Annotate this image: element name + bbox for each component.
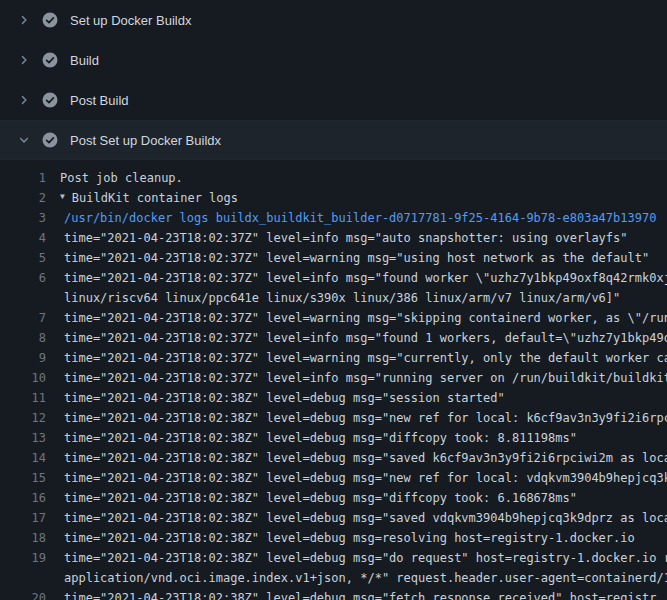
line-number[interactable]: 7	[16, 308, 46, 328]
log-text: time="2021-04-23T18:02:37Z" level=info m…	[60, 228, 667, 248]
check-circle-icon	[42, 12, 58, 28]
line-number[interactable]: 4	[16, 228, 46, 248]
log-line-row: 1 Post job cleanup.	[0, 168, 667, 188]
line-number[interactable]: 18	[16, 528, 46, 548]
log-line-row: 7 time="2021-04-23T18:02:37Z" level=warn…	[0, 308, 667, 328]
line-number[interactable]: 9	[16, 348, 46, 368]
log-text: time="2021-04-23T18:02:37Z" level=info m…	[60, 368, 667, 388]
chevron-right-icon	[16, 14, 32, 26]
log-line: 16 time="2021-04-23T18:02:38Z" level=deb…	[0, 488, 667, 508]
actions-log-viewer: Set up Docker Buildx Build Post Buil	[0, 0, 667, 600]
log-line-row: 19 time="2021-04-23T18:02:38Z" level=deb…	[0, 548, 667, 568]
step-label: Build	[70, 53, 99, 68]
log-lines: 1 Post job cleanup. 2 ▼ BuildKit contain…	[0, 160, 667, 600]
line-number[interactable]: 12	[16, 408, 46, 428]
log-line-row: 13 time="2021-04-23T18:02:38Z" level=deb…	[0, 428, 667, 448]
line-number[interactable]: 10	[16, 368, 46, 388]
log-line-row: 17 time="2021-04-23T18:02:38Z" level=deb…	[0, 508, 667, 528]
step-header[interactable]: Post Set up Docker Buildx	[0, 120, 667, 160]
check-circle-icon	[42, 92, 58, 108]
chevron-right-icon	[16, 54, 32, 66]
line-number[interactable]: 16	[16, 488, 46, 508]
log-text: time="2021-04-23T18:02:37Z" level=info m…	[60, 328, 667, 348]
log-text: time="2021-04-23T18:02:38Z" level=debug …	[60, 448, 667, 468]
log-line-row: 4 time="2021-04-23T18:02:37Z" level=info…	[0, 228, 667, 248]
line-number[interactable]: 5	[16, 248, 46, 268]
line-number[interactable]: 6	[16, 268, 46, 288]
log-line: 14 time="2021-04-23T18:02:38Z" level=deb…	[0, 448, 667, 468]
log-line: 13 time="2021-04-23T18:02:38Z" level=deb…	[0, 428, 667, 448]
log-line: 9 time="2021-04-23T18:02:37Z" level=warn…	[0, 348, 667, 368]
log-line-row: 10 time="2021-04-23T18:02:37Z" level=inf…	[0, 368, 667, 388]
log-line: 2 ▼ BuildKit container logs	[0, 188, 667, 208]
chevron-right-icon	[16, 94, 32, 106]
log-line: 11 time="2021-04-23T18:02:38Z" level=deb…	[0, 388, 667, 408]
log-text: time="2021-04-23T18:02:37Z" level=warnin…	[60, 308, 667, 328]
line-number[interactable]: 8	[16, 328, 46, 348]
line-number[interactable]: 13	[16, 428, 46, 448]
log-line-row: linux/riscv64 linux/ppc641e linux/s390x …	[0, 288, 667, 308]
log-text: Post job cleanup.	[60, 168, 667, 188]
log-line-row: 12 time="2021-04-23T18:02:38Z" level=deb…	[0, 408, 667, 428]
log-text: /usr/bin/docker logs buildx_buildkit_bui…	[60, 208, 667, 228]
step-header[interactable]: Post Build	[0, 80, 667, 120]
log-line: 20 time="2021-04-23T18:02:38Z" level=deb…	[0, 588, 667, 600]
step-header[interactable]: Build	[0, 40, 667, 80]
line-number[interactable]: 17	[16, 508, 46, 528]
log-line: 12 time="2021-04-23T18:02:38Z" level=deb…	[0, 408, 667, 428]
log-line: 10 time="2021-04-23T18:02:37Z" level=inf…	[0, 368, 667, 388]
step-header[interactable]: Set up Docker Buildx	[0, 0, 667, 40]
log-line-row: 8 time="2021-04-23T18:02:37Z" level=info…	[0, 328, 667, 348]
log-line-row: 14 time="2021-04-23T18:02:38Z" level=deb…	[0, 448, 667, 468]
line-number[interactable]: 2	[16, 188, 46, 208]
log-text: linux/riscv64 linux/ppc641e linux/s390x …	[60, 288, 667, 308]
line-number[interactable]: 19	[16, 548, 46, 568]
line-number[interactable]: 1	[16, 168, 46, 188]
line-number[interactable]: 3	[16, 208, 46, 228]
log-text: time="2021-04-23T18:02:37Z" level=warnin…	[60, 348, 667, 368]
log-text: time="2021-04-23T18:02:38Z" level=debug …	[60, 528, 667, 548]
log-text: time="2021-04-23T18:02:38Z" level=debug …	[60, 508, 667, 528]
log-line: 1 Post job cleanup.	[0, 168, 667, 188]
group-toggle-icon[interactable]: ▼	[60, 187, 65, 207]
step-label: Post Build	[70, 93, 129, 108]
log-line: 7 time="2021-04-23T18:02:37Z" level=warn…	[0, 308, 667, 328]
log-line-row: 2 ▼ BuildKit container logs	[0, 188, 667, 208]
log-text: time="2021-04-23T18:02:37Z" level=info m…	[60, 268, 667, 288]
log-text: BuildKit container logs	[72, 188, 667, 208]
chevron-down-icon	[16, 134, 32, 146]
log-line-row: 16 time="2021-04-23T18:02:38Z" level=deb…	[0, 488, 667, 508]
log-line-row: 6 time="2021-04-23T18:02:37Z" level=info…	[0, 268, 667, 288]
step-label: Post Set up Docker Buildx	[70, 133, 221, 148]
log-line: 4 time="2021-04-23T18:02:37Z" level=info…	[0, 228, 667, 248]
log-text: time="2021-04-23T18:02:38Z" level=debug …	[60, 428, 667, 448]
log-line-row: application/vnd.oci.image.index.v1+json,…	[0, 568, 667, 588]
line-number[interactable]: 15	[16, 468, 46, 488]
log-line-row: 15 time="2021-04-23T18:02:38Z" level=deb…	[0, 468, 667, 488]
log-text: application/vnd.oci.image.index.v1+json,…	[60, 568, 667, 588]
log-text: time="2021-04-23T18:02:38Z" level=debug …	[60, 548, 667, 568]
log-line-row: 5 time="2021-04-23T18:02:37Z" level=warn…	[0, 248, 667, 268]
log-text: time="2021-04-23T18:02:38Z" level=debug …	[60, 468, 667, 488]
line-number[interactable]: 14	[16, 448, 46, 468]
log-line: 17 time="2021-04-23T18:02:38Z" level=deb…	[0, 508, 667, 528]
log-line: 18 time="2021-04-23T18:02:38Z" level=deb…	[0, 528, 667, 548]
log-line-row: 20 time="2021-04-23T18:02:38Z" level=deb…	[0, 588, 667, 600]
log-line-row: 9 time="2021-04-23T18:02:37Z" level=warn…	[0, 348, 667, 368]
line-number[interactable]: 20	[16, 588, 46, 600]
line-number[interactable]: 11	[16, 388, 46, 408]
log-line-row: 11 time="2021-04-23T18:02:38Z" level=deb…	[0, 388, 667, 408]
log-line: 19 time="2021-04-23T18:02:38Z" level=deb…	[0, 548, 667, 588]
log-line: 3 /usr/bin/docker logs buildx_buildkit_b…	[0, 208, 667, 228]
log-line-row: 3 /usr/bin/docker logs buildx_buildkit_b…	[0, 208, 667, 228]
log-text: time="2021-04-23T18:02:38Z" level=debug …	[60, 588, 667, 600]
log-line-row: 18 time="2021-04-23T18:02:38Z" level=deb…	[0, 528, 667, 548]
log-text: time="2021-04-23T18:02:37Z" level=warnin…	[60, 248, 667, 268]
check-circle-icon	[42, 132, 58, 148]
log-line: 5 time="2021-04-23T18:02:37Z" level=warn…	[0, 248, 667, 268]
step-label: Set up Docker Buildx	[70, 13, 191, 28]
log-line: 15 time="2021-04-23T18:02:38Z" level=deb…	[0, 468, 667, 488]
check-circle-icon	[42, 52, 58, 68]
log-line: 6 time="2021-04-23T18:02:37Z" level=info…	[0, 268, 667, 308]
log-line: 8 time="2021-04-23T18:02:37Z" level=info…	[0, 328, 667, 348]
